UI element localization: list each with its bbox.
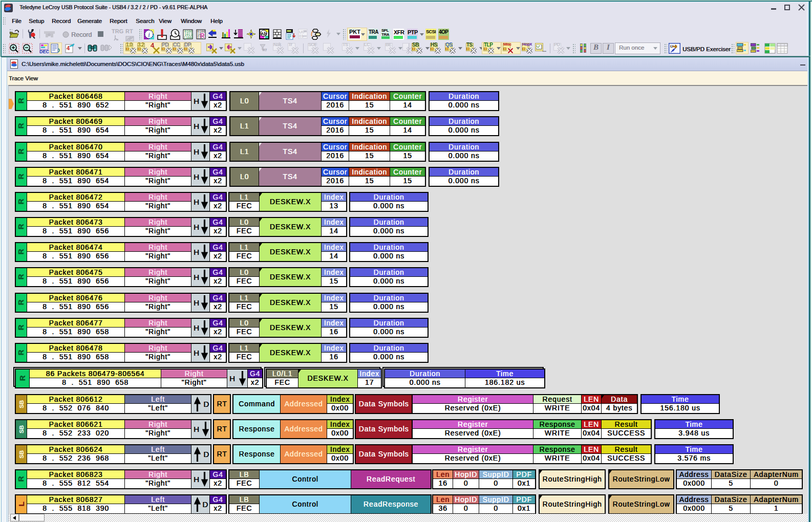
svg-text:i: i bbox=[148, 31, 150, 38]
svg-text:DEC: DEC bbox=[39, 49, 49, 54]
svg-text:R: R bbox=[200, 32, 205, 39]
svg-text:Xf: Xf bbox=[263, 48, 267, 52]
svg-text:[1001]: [1001] bbox=[184, 36, 193, 40]
svg-text:Ab: Ab bbox=[261, 31, 267, 36]
